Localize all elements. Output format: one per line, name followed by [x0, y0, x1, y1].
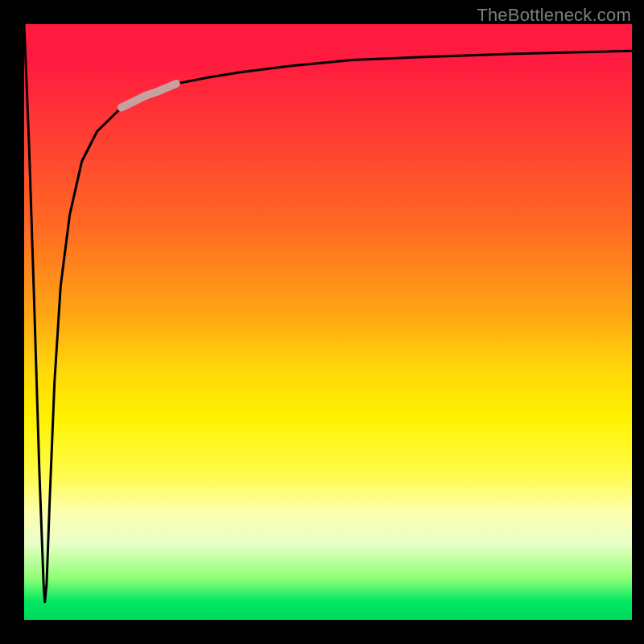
plot-area: [24, 24, 632, 620]
curve-svg: [24, 24, 632, 620]
chart-frame: TheBottleneck.com: [0, 0, 644, 644]
bottleneck-curve: [24, 24, 632, 602]
highlight-segment: [122, 84, 176, 108]
watermark-text: TheBottleneck.com: [477, 5, 631, 26]
